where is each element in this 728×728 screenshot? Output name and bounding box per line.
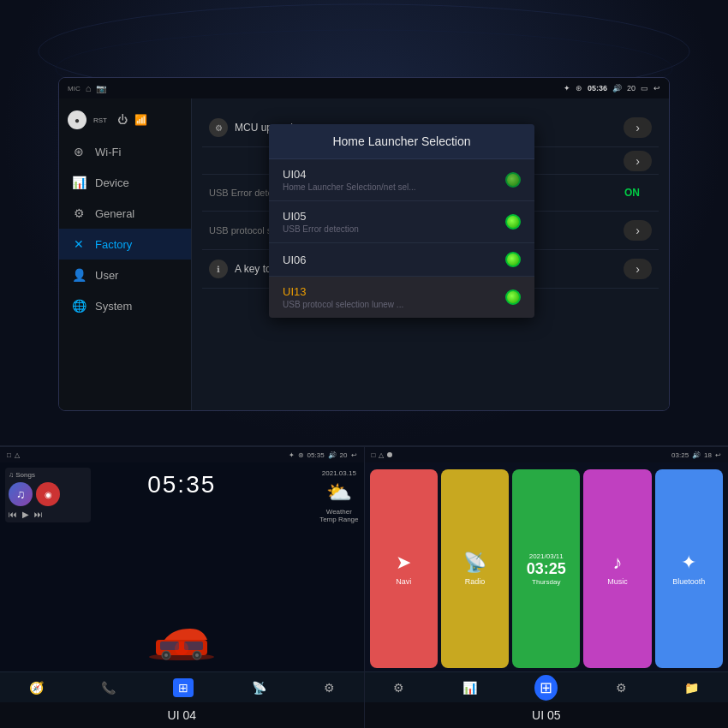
sidebar-user-label: User xyxy=(95,269,118,282)
dialog-item-ui06[interactable]: UI06 xyxy=(269,243,534,277)
battery-level: 20 xyxy=(627,84,636,92)
ui05-nav-folder[interactable]: 📁 xyxy=(684,681,699,695)
sidebar-general-label: General xyxy=(95,207,134,220)
nav-home-icon[interactable]: ⊞ xyxy=(173,678,194,697)
ui04-battery: 20 xyxy=(340,451,348,459)
ui05-nav-home[interactable]: ⊞ xyxy=(534,675,558,701)
dialog-item-ui05[interactable]: UI05 USB Error detection xyxy=(269,201,534,243)
ui04-label: UI 04 xyxy=(0,702,364,728)
ui05-label: UI 05 xyxy=(365,702,729,728)
nav-map-icon[interactable]: 🧭 xyxy=(29,681,44,695)
time-display: 05:36 xyxy=(588,84,607,92)
on-badge: ON xyxy=(612,183,652,202)
next-icon[interactable]: ⏭ xyxy=(34,510,43,519)
ui04-content: ♫ Songs ♫ ◉ ⏮ ▶ ⏭ 05:35 xyxy=(0,462,364,671)
ui04-status-icon2: △ xyxy=(15,451,20,459)
content-panel: ⚙ MCU upgrade › › USB Error detection ON xyxy=(192,98,669,410)
dialog-item-ui13[interactable]: UI13 USB protocol selection lunew ... xyxy=(269,277,534,318)
back-icon[interactable]: ↩ xyxy=(653,84,660,92)
ui04-bt-icon: ✦ xyxy=(289,451,295,459)
ui05-sub: USB Error detection xyxy=(283,224,359,234)
dashboard-screen: MIC ⌂ 📷 ✦ ⊛ 05:36 🔊 20 ▭ ↩ ● RST ⏻ 📶 ⊛ xyxy=(58,77,670,411)
ui05-nav-chart[interactable]: 📊 xyxy=(462,681,477,695)
ui04-date: 2021.03.15 xyxy=(319,469,358,477)
app-music[interactable]: ♪ Music xyxy=(583,469,651,668)
device-icon: 📊 xyxy=(71,176,87,189)
app-radio[interactable]: 📡 Radio xyxy=(441,469,509,668)
launcher-dialog: Home Launcher Selection UI04 Home Launch… xyxy=(269,124,534,318)
ui05-status-icon1: □ xyxy=(372,451,376,459)
info-icon: ℹ xyxy=(209,260,228,278)
sidebar-item-general[interactable]: ⚙ General xyxy=(59,198,191,229)
export-chevron[interactable]: › xyxy=(624,259,652,279)
rst-indicator: ● xyxy=(68,110,87,129)
ui04-back-icon: ↩ xyxy=(351,451,357,459)
play-icon[interactable]: ▶ xyxy=(22,510,29,519)
ui05-statusbar: □ △ 03:25 🔊 18 ↩ xyxy=(365,447,729,462)
wrench-icon: ✕ xyxy=(71,237,87,251)
ui13-sub: USB protocol selection lunew ... xyxy=(283,300,403,309)
ui06-label: UI06 xyxy=(283,254,306,266)
user-icon: 👤 xyxy=(71,268,87,282)
app-grid: ➤ Navi 📡 Radio 2021/03/11 03:25 Thursday… xyxy=(365,462,729,671)
ui13-radio[interactable] xyxy=(505,289,521,305)
navi-label: Navi xyxy=(396,577,411,586)
clock-day: Thursday xyxy=(532,578,560,586)
ui04-status-icon1: □ xyxy=(7,451,11,459)
sidebar-wifi-label: Wi-Fi xyxy=(95,146,121,158)
music-icon: ♪ xyxy=(613,552,623,574)
app-bluetooth[interactable]: ✦ Bluetooth xyxy=(655,469,723,668)
ui04-statusbar: □ △ ✦ ⊛ 05:35 🔊 20 ↩ xyxy=(0,447,364,462)
power-icon: ⏻ xyxy=(117,114,128,126)
nav-signal-icon[interactable]: 📡 xyxy=(252,681,266,695)
ui05-nav-gear[interactable]: ⚙ xyxy=(616,681,627,695)
ui04-time: 05:35 xyxy=(307,451,325,459)
app-clock[interactable]: 2021/03/11 03:25 Thursday xyxy=(512,469,580,668)
bt-icon: ✦ xyxy=(681,552,696,574)
ui04-status-right: ✦ ⊛ 05:35 🔊 20 ↩ xyxy=(289,451,357,459)
ui05-navbar: ⚙ 📊 ⊞ ⚙ 📁 xyxy=(365,671,729,702)
ui04-clock: 05:35 xyxy=(147,471,216,498)
sidebar-item-system[interactable]: 🌐 System xyxy=(59,290,191,321)
album-art: ♫ xyxy=(9,482,33,506)
sidebar: ● RST ⏻ 📶 ⊛ Wi-Fi 📊 Device ⚙ General ✕ F… xyxy=(59,98,192,410)
ui13-label: UI13 xyxy=(283,285,403,298)
dialog-title: Home Launcher Selection xyxy=(269,124,534,159)
sidebar-item-wifi[interactable]: ⊛ Wi-Fi xyxy=(59,136,191,167)
ui05-status-right: 03:25 🔊 18 ↩ xyxy=(671,451,721,459)
ui04-navbar: 🧭 📞 ⊞ 📡 ⚙ xyxy=(0,671,364,702)
sidebar-item-device[interactable]: 📊 Device xyxy=(59,167,191,198)
mcu-chevron[interactable]: › xyxy=(624,117,652,138)
app-navi[interactable]: ➤ Navi xyxy=(370,469,438,668)
ui05-dot xyxy=(387,452,392,457)
ui05-panel: □ △ 03:25 🔊 18 ↩ ➤ Navi 📡 xyxy=(365,445,729,728)
ui05-time-display: 03:25 xyxy=(671,451,689,459)
ui05-status-icon2: △ xyxy=(379,451,384,459)
prev-icon[interactable]: ⏮ xyxy=(9,510,17,519)
wifi-status-icon: ⊛ xyxy=(576,84,582,92)
ui05-label: UI05 xyxy=(283,210,359,223)
ui04-sub: Home Launcher Selection/net sel... xyxy=(283,182,416,192)
ui05-radio[interactable] xyxy=(505,214,521,230)
usb-protocol-chevron[interactable]: › xyxy=(624,220,652,241)
ui04-music-widget: ♫ Songs ♫ ◉ ⏮ ▶ ⏭ xyxy=(5,468,91,522)
camera-icon: 📷 xyxy=(96,84,106,93)
ui06-radio[interactable] xyxy=(505,252,521,267)
nav-settings-icon[interactable]: ⚙ xyxy=(324,681,335,695)
bt-label: Bluetooth xyxy=(672,577,705,586)
sidebar-item-user[interactable]: 👤 User xyxy=(59,260,191,290)
sidebar-item-factory[interactable]: ✕ Factory xyxy=(59,229,191,260)
weather-icon: ⛅ xyxy=(319,480,358,504)
ui04-radio[interactable] xyxy=(505,172,521,188)
car-graphic xyxy=(147,618,216,665)
svg-point-12 xyxy=(195,653,199,657)
nav-phone-icon[interactable]: 📞 xyxy=(101,681,116,695)
ui05-back-icon: ↩ xyxy=(715,451,721,459)
status-bar-right: ✦ ⊛ 05:36 🔊 20 ▭ ↩ xyxy=(564,84,660,92)
ui05-nav-settings[interactable]: ⚙ xyxy=(393,681,404,695)
dialog-item-ui04[interactable]: UI04 Home Launcher Selection/net sel... xyxy=(269,159,534,201)
row2-chevron[interactable]: › xyxy=(624,151,652,171)
ui04-panel: □ △ ✦ ⊛ 05:35 🔊 20 ↩ ♫ Songs xyxy=(0,445,365,728)
music-controls[interactable]: ⏮ ▶ ⏭ xyxy=(9,510,87,519)
ui05-vol-icon: 🔊 xyxy=(692,451,701,459)
